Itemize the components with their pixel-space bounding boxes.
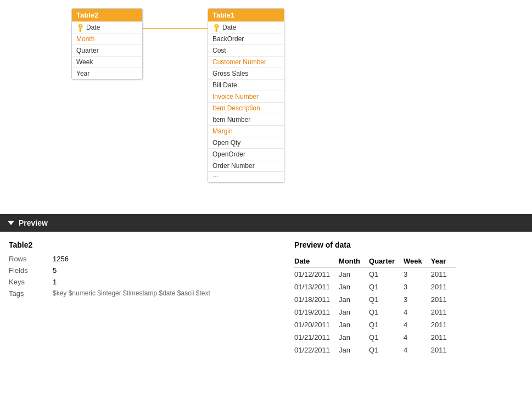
table1-field-item-description[interactable]: Item Description: [208, 102, 284, 114]
table-cell: 01/22/2011: [294, 344, 339, 356]
table1-box: Table1 🔑 Date BackOrder Cost Customer Nu…: [208, 8, 284, 183]
info-row-fields: Fields 5: [9, 266, 272, 275]
table-row: 01/22/2011JanQ142011: [294, 344, 456, 356]
table-cell: 4: [404, 344, 431, 356]
table-cell: Jan: [339, 306, 369, 318]
table-cell: Q1: [369, 344, 404, 356]
table-cell: 01/13/2011: [294, 281, 339, 293]
info-row-keys: Keys 1: [9, 278, 272, 286]
table-cell: 4: [404, 318, 431, 331]
table1-field-gross-sales[interactable]: Gross Sales: [208, 68, 284, 79]
table-cell: Jan: [339, 293, 369, 306]
table-row: 01/12/2011JanQ132011: [294, 268, 456, 281]
table-cell: Jan: [339, 318, 369, 331]
table2-field-week[interactable]: Week: [72, 56, 142, 68]
table-cell: 2011: [431, 281, 456, 293]
table-row: 01/20/2011JanQ142011: [294, 318, 456, 331]
table-info-panel: Table2 Rows 1256 Fields 5 Keys 1 Tags $k…: [9, 240, 272, 356]
table-row: 01/18/2011JanQ132011: [294, 293, 456, 306]
keys-label: Keys: [9, 278, 53, 286]
table1-field-open-qty[interactable]: Open Qty: [208, 137, 284, 148]
rows-value: 1256: [53, 255, 69, 263]
table-cell: Q1: [369, 318, 404, 331]
table-cell: 2011: [431, 331, 456, 344]
key-icon-t1: 🔑: [211, 22, 221, 32]
table1-field-backorder[interactable]: BackOrder: [208, 33, 284, 44]
table-cell: 3: [404, 281, 431, 293]
diagram-area: Table2 🔑 Date Month Quarter Week Year Ta…: [0, 0, 532, 214]
table-cell: 2011: [431, 344, 456, 356]
col-quarter: Quarter: [369, 255, 404, 268]
table2-field-year[interactable]: Year: [72, 68, 142, 79]
table-cell: 01/18/2011: [294, 293, 339, 306]
table-cell: 2011: [431, 306, 456, 318]
table2-field-quarter[interactable]: Quarter: [72, 44, 142, 56]
table-cell: Q1: [369, 293, 404, 306]
table-cell: 4: [404, 306, 431, 318]
table1-field-item-number[interactable]: Item Number: [208, 114, 284, 125]
info-row-rows: Rows 1256: [9, 255, 272, 263]
table-cell: Jan: [339, 344, 369, 356]
collapse-icon[interactable]: [8, 221, 14, 225]
preview-header: Preview: [0, 214, 532, 232]
table1-field-margin[interactable]: Margin: [208, 125, 284, 137]
table-row: 01/21/2011JanQ142011: [294, 331, 456, 344]
table-cell: 01/20/2011: [294, 318, 339, 331]
table2-header: Table2: [72, 9, 142, 21]
key-icon: 🔑: [75, 22, 85, 32]
table1-field-cost[interactable]: Cost: [208, 44, 284, 56]
table-cell: 01/19/2011: [294, 306, 339, 318]
table-cell: 01/21/2011: [294, 331, 339, 344]
tags-value: $key $numeric $integer $timestamp $date …: [53, 289, 210, 298]
table-header-row: Date Month Quarter Week Year: [294, 255, 456, 268]
col-week: Week: [404, 255, 431, 268]
table-cell: 3: [404, 268, 431, 281]
tags-label: Tags: [9, 289, 53, 298]
table-cell: 2011: [431, 268, 456, 281]
data-preview-title: Preview of data: [294, 240, 523, 249]
table-cell: 01/12/2011: [294, 268, 339, 281]
col-date: Date: [294, 255, 339, 268]
table1-field-openorder[interactable]: OpenOrder: [208, 148, 284, 160]
table-row: 01/13/2011JanQ132011: [294, 281, 456, 293]
table2-box: Table2 🔑 Date Month Quarter Week Year: [71, 8, 143, 80]
table1-field-bill-date[interactable]: Bill Date: [208, 79, 284, 91]
table-cell: Q1: [369, 306, 404, 318]
keys-value: 1: [53, 278, 57, 286]
col-year: Year: [431, 255, 456, 268]
fields-value: 5: [53, 266, 57, 275]
table-cell: Q1: [369, 268, 404, 281]
table-cell: 2011: [431, 318, 456, 331]
preview-content: Table2 Rows 1256 Fields 5 Keys 1 Tags $k…: [0, 232, 532, 365]
preview-label: Preview: [19, 219, 48, 227]
data-table: Date Month Quarter Week Year 01/12/2011J…: [294, 255, 456, 356]
table-info-title: Table2: [9, 240, 272, 249]
table1-header: Table1: [208, 9, 284, 21]
table1-field-customer-number[interactable]: Customer Number: [208, 56, 284, 68]
table-row: 01/19/2011JanQ142011: [294, 306, 456, 318]
table1-field-date[interactable]: 🔑 Date: [208, 21, 284, 33]
table2-field-date[interactable]: 🔑 Date: [72, 21, 142, 33]
info-row-tags: Tags $key $numeric $integer $timestamp $…: [9, 289, 272, 298]
table-cell: Jan: [339, 331, 369, 344]
col-month: Month: [339, 255, 369, 268]
table-cell: Jan: [339, 281, 369, 293]
table1-field-invoice-number[interactable]: Invoice Number: [208, 91, 284, 102]
table-cell: 4: [404, 331, 431, 344]
table2-field-month[interactable]: Month: [72, 33, 142, 44]
table1-field-more: ⋯: [208, 171, 284, 182]
table-cell: 3: [404, 293, 431, 306]
table1-field-order-number[interactable]: Order Number: [208, 160, 284, 171]
table-cell: Jan: [339, 268, 369, 281]
data-preview-panel: Preview of data Date Month Quarter Week …: [294, 240, 523, 356]
fields-label: Fields: [9, 266, 53, 275]
table-cell: Q1: [369, 281, 404, 293]
table-cell: 2011: [431, 293, 456, 306]
table-cell: Q1: [369, 331, 404, 344]
rows-label: Rows: [9, 255, 53, 263]
